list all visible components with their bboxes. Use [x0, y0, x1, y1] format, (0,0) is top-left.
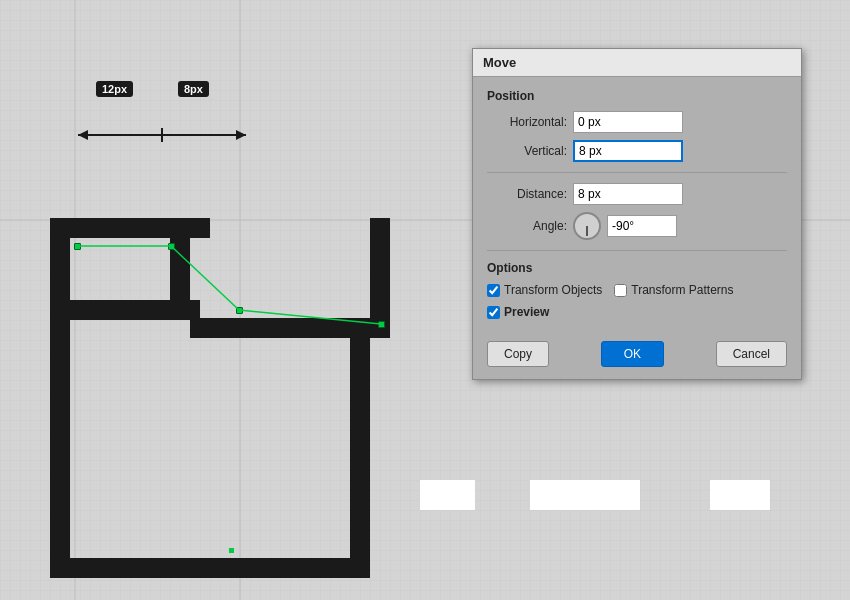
distance-row: Distance:	[487, 183, 787, 205]
vertical-row: Vertical:	[487, 140, 787, 162]
cancel-button[interactable]: Cancel	[716, 341, 787, 367]
white-box-1	[420, 480, 475, 510]
divider-2	[487, 250, 787, 251]
svg-marker-5	[78, 130, 88, 140]
preview-row: Preview	[487, 305, 787, 319]
horizontal-input[interactable]	[573, 111, 683, 133]
divider-1	[487, 172, 787, 173]
options-checkboxes: Transform Objects Transform Patterns	[487, 283, 787, 297]
vertical-label: Vertical:	[487, 144, 567, 158]
transform-patterns-label: Transform Patterns	[631, 283, 733, 297]
green-dot-small	[229, 548, 234, 553]
distance-input[interactable]	[573, 183, 683, 205]
position-section-label: Position	[487, 89, 787, 103]
pixel-block-bottom-left	[50, 398, 70, 578]
vertical-input[interactable]	[573, 140, 683, 162]
preview-label: Preview	[504, 305, 549, 319]
angle-input[interactable]	[607, 215, 677, 237]
white-box-2	[530, 480, 640, 510]
white-box-3	[710, 480, 770, 510]
transform-patterns-checkbox[interactable]	[614, 284, 627, 297]
measure-arrow	[78, 128, 248, 142]
sel-dot-4	[378, 321, 385, 328]
distance-label: Distance:	[487, 187, 567, 201]
transform-objects-item[interactable]: Transform Objects	[487, 283, 602, 297]
options-section: Options Transform Objects Transform Patt…	[487, 261, 787, 297]
button-row: Copy OK Cancel	[487, 333, 787, 367]
measure-label-12: 12px	[96, 81, 133, 97]
pixel-block-inner-v	[170, 218, 190, 318]
sel-dot-2	[168, 243, 175, 250]
angle-dial[interactable]	[573, 212, 601, 240]
pixel-block-bottom-right	[350, 338, 370, 558]
transform-patterns-item[interactable]: Transform Patterns	[614, 283, 733, 297]
selection-lines	[0, 0, 470, 400]
dialog-title: Move	[473, 49, 801, 77]
sel-dot-3	[236, 307, 243, 314]
horizontal-label: Horizontal:	[487, 115, 567, 129]
move-dialog: Move Position Horizontal: Vertical: Dist…	[472, 48, 802, 380]
angle-label: Angle:	[487, 219, 567, 233]
transform-objects-label: Transform Objects	[504, 283, 602, 297]
copy-button[interactable]: Copy	[487, 341, 549, 367]
preview-checkbox[interactable]	[487, 306, 500, 319]
pixel-block-right-v	[370, 218, 390, 338]
options-label: Options	[487, 261, 787, 275]
measure-label-8: 8px	[178, 81, 209, 97]
pixel-block-bottom	[50, 558, 370, 578]
angle-row: Angle:	[487, 212, 787, 240]
pixel-block-step2	[190, 318, 390, 338]
sel-dot-1	[74, 243, 81, 250]
transform-objects-checkbox[interactable]	[487, 284, 500, 297]
horizontal-row: Horizontal:	[487, 111, 787, 133]
ok-button[interactable]: OK	[601, 341, 664, 367]
svg-marker-6	[236, 130, 246, 140]
